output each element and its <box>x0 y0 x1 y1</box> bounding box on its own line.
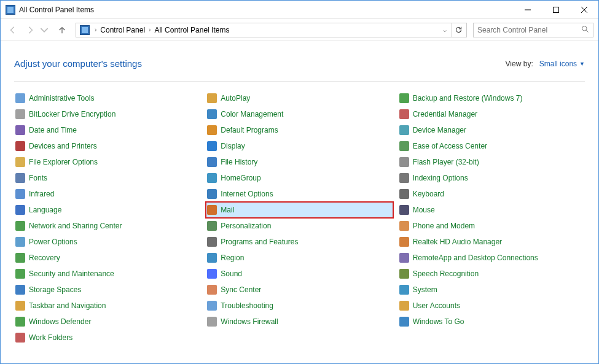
item-label: Windows To Go <box>413 317 464 326</box>
control-panel-item[interactable]: File Explorer Options <box>14 154 201 170</box>
control-panel-item[interactable]: Windows Firewall <box>206 314 393 330</box>
forward-button[interactable] <box>23 23 37 37</box>
control-panel-item[interactable]: Speech Recognition <box>398 266 585 282</box>
item-label: Devices and Printers <box>29 142 97 150</box>
control-panel-item[interactable]: Recovery <box>14 250 201 266</box>
control-panel-item[interactable]: Infrared <box>14 186 201 202</box>
control-panel-item[interactable]: File History <box>206 154 393 170</box>
control-panel-item[interactable]: Programs and Features <box>206 234 393 250</box>
item-label: Speech Recognition <box>413 269 479 278</box>
control-panel-item[interactable]: Sound <box>206 266 393 282</box>
item-icon <box>207 141 217 151</box>
control-panel-item[interactable]: Color Management <box>206 106 393 122</box>
item-icon <box>399 93 409 103</box>
item-label: Sync Center <box>221 285 261 294</box>
control-panel-item[interactable]: Mail <box>206 202 393 218</box>
navigation-bar: › Control Panel › All Control Panel Item… <box>1 19 598 41</box>
address-icon <box>80 25 90 35</box>
control-panel-item[interactable]: Windows To Go <box>398 314 585 330</box>
control-panel-item[interactable]: HomeGroup <box>206 170 393 186</box>
control-panel-item[interactable]: Device Manager <box>398 122 585 138</box>
item-icon <box>207 189 217 199</box>
control-panel-icon <box>6 5 15 15</box>
address-dropdown-button[interactable]: ⌵ <box>440 24 449 36</box>
item-label: Realtek HD Audio Manager <box>413 238 502 246</box>
control-panel-item[interactable]: Fonts <box>14 170 201 186</box>
item-label: Fonts <box>29 174 47 182</box>
chevron-right-icon[interactable]: › <box>146 26 153 33</box>
control-panel-item[interactable]: Ease of Access Center <box>398 138 585 154</box>
item-icon <box>15 125 25 135</box>
control-panel-item[interactable]: Mouse <box>398 202 585 218</box>
control-panel-item[interactable]: Power Options <box>14 234 201 250</box>
control-panel-item[interactable]: Keyboard <box>398 186 585 202</box>
control-panel-item[interactable]: Realtek HD Audio Manager <box>398 234 585 250</box>
maximize-button[interactable] <box>542 1 570 19</box>
view-by-dropdown[interactable]: Small icons ▼ <box>539 60 585 68</box>
item-icon <box>207 285 217 295</box>
chevron-right-icon[interactable]: › <box>92 26 99 33</box>
control-panel-item[interactable]: Network and Sharing Center <box>14 218 201 234</box>
control-panel-item[interactable]: Personalization <box>206 218 393 234</box>
back-button[interactable] <box>6 23 20 37</box>
item-label: Backup and Restore (Windows 7) <box>413 94 523 103</box>
control-panel-item[interactable]: RemoteApp and Desktop Connections <box>398 250 585 266</box>
item-icon <box>399 301 409 311</box>
item-label: Default Programs <box>221 126 278 134</box>
breadcrumb-current[interactable]: All Control Panel Items <box>153 26 230 34</box>
item-icon <box>15 317 25 327</box>
control-panel-item[interactable]: Default Programs <box>206 122 393 138</box>
item-icon <box>15 285 25 295</box>
item-label: Ease of Access Center <box>413 142 487 150</box>
control-panel-item[interactable]: Language <box>14 202 201 218</box>
item-label: Programs and Features <box>221 238 298 246</box>
item-label: Windows Firewall <box>221 317 278 326</box>
control-panel-item[interactable]: Windows Defender <box>14 314 201 330</box>
item-icon <box>399 189 409 199</box>
control-panel-item[interactable]: Flash Player (32-bit) <box>398 154 585 170</box>
window-title: All Control Panel Items <box>19 6 514 14</box>
item-label: Language <box>29 206 61 214</box>
control-panel-item[interactable]: Devices and Printers <box>14 138 201 154</box>
content-area: Adjust your computer's settings View by:… <box>1 41 598 355</box>
control-panel-item[interactable]: Administrative Tools <box>14 90 201 106</box>
item-icon <box>399 269 409 279</box>
svg-point-4 <box>582 26 587 30</box>
control-panel-item[interactable]: Sync Center <box>206 282 393 298</box>
item-label: Flash Player (32-bit) <box>413 158 479 166</box>
item-label: Network and Sharing Center <box>29 222 122 230</box>
items-grid: Administrative ToolsAutoPlayBackup and R… <box>14 90 585 346</box>
refresh-button[interactable] <box>452 23 465 37</box>
search-input[interactable]: Search Control Panel <box>473 23 593 37</box>
control-panel-item[interactable]: Phone and Modem <box>398 218 585 234</box>
control-panel-item[interactable]: Taskbar and Navigation <box>14 298 201 314</box>
item-icon <box>15 253 25 263</box>
item-label: Administrative Tools <box>29 94 95 103</box>
control-panel-item[interactable]: Internet Options <box>206 186 393 202</box>
control-panel-item[interactable]: Display <box>206 138 393 154</box>
minimize-button[interactable] <box>514 1 542 19</box>
control-panel-item[interactable]: Work Folders <box>14 330 201 346</box>
control-panel-item[interactable]: Storage Spaces <box>14 282 201 298</box>
close-button[interactable] <box>570 1 598 19</box>
control-panel-item[interactable]: BitLocker Drive Encryption <box>14 106 201 122</box>
control-panel-item[interactable]: Backup and Restore (Windows 7) <box>398 90 585 106</box>
control-panel-item[interactable]: Troubleshooting <box>206 298 393 314</box>
recent-locations-button[interactable] <box>40 23 49 37</box>
control-panel-item[interactable]: User Accounts <box>398 298 585 314</box>
control-panel-item[interactable]: Security and Maintenance <box>14 266 201 282</box>
address-bar[interactable]: › Control Panel › All Control Panel Item… <box>76 23 467 37</box>
breadcrumb-root[interactable]: Control Panel <box>99 26 146 34</box>
item-icon <box>15 205 25 215</box>
control-panel-item[interactable]: Credential Manager <box>398 106 585 122</box>
item-icon <box>207 125 217 135</box>
up-button[interactable] <box>55 23 69 37</box>
control-panel-item[interactable]: Date and Time <box>14 122 201 138</box>
item-label: Internet Options <box>221 190 273 198</box>
control-panel-item[interactable]: Region <box>206 250 393 266</box>
page-heading: Adjust your computer's settings <box>14 58 142 69</box>
control-panel-item[interactable]: System <box>398 282 585 298</box>
control-panel-item[interactable]: Indexing Options <box>398 170 585 186</box>
control-panel-item[interactable]: AutoPlay <box>206 90 393 106</box>
item-label: Indexing Options <box>413 174 468 182</box>
